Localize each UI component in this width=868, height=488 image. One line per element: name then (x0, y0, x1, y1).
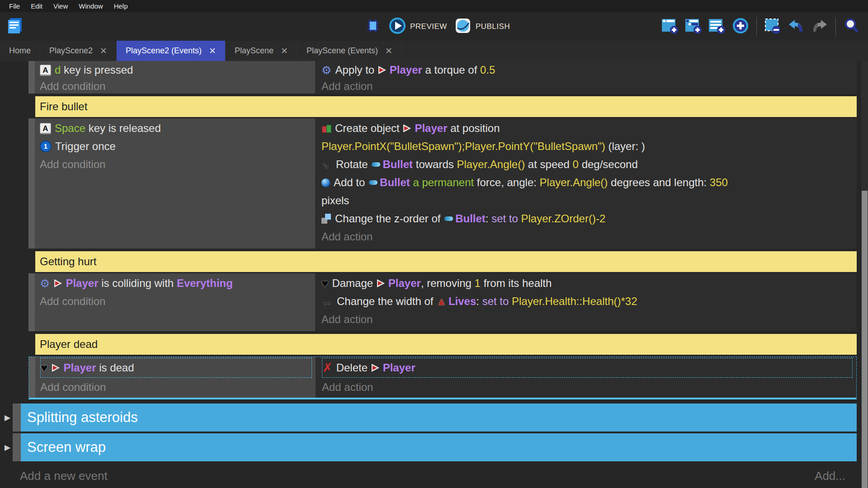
event-drag-handle[interactable] (29, 357, 35, 398)
tab-playscene2[interactable]: PlayScene2 ✕ (40, 41, 117, 61)
condition-line[interactable]: Ad key is pressed (40, 62, 315, 78)
condition-line[interactable]: ⚙Player is colliding with Everything (40, 274, 315, 292)
collapse-arrow-icon[interactable]: ▶ (5, 443, 10, 452)
event-row[interactable]: Ad key is pressed Add condition ⚙Apply t… (28, 61, 857, 94)
condition-line[interactable]: ASpace key is released (40, 119, 315, 137)
event-row-selected[interactable]: ♥Player is dead Add condition ✗Delete Pl… (28, 357, 857, 399)
group-bar[interactable]: Screen wrap (21, 433, 857, 461)
gdevelop-window: File Edit View Window Help (0, 0, 868, 488)
preview-button[interactable]: PREVIEW (389, 17, 447, 36)
selected-action-box[interactable]: ✗Delete Player (322, 358, 853, 378)
expression-value: 350 (710, 176, 728, 189)
tab-playscene-events[interactable]: PlayScene (Events) ✕ (297, 41, 402, 61)
remove-selection-icon[interactable] (764, 17, 782, 37)
menu-help[interactable]: Help (108, 2, 133, 10)
action-text: at position (447, 122, 500, 135)
action-text: : (476, 295, 482, 308)
add-condition-button[interactable]: Add condition (40, 292, 315, 310)
event-row[interactable]: ASpace key is released 1Trigger once Add… (28, 118, 857, 249)
publish-button[interactable]: PUBLISH (454, 17, 510, 36)
menu-edit[interactable]: Edit (25, 2, 48, 10)
comment-bar[interactable]: Fire bullet (35, 96, 857, 117)
action-line[interactable]: Create object Player at position (321, 119, 857, 137)
group-drag-handle[interactable] (13, 404, 21, 432)
collapse-arrow-icon[interactable]: ▶ (5, 413, 10, 422)
scrollbar-thumb[interactable] (862, 191, 868, 488)
conditions-cell[interactable]: ♥Player is dead Add condition (35, 357, 316, 398)
search-icon[interactable] (843, 17, 861, 37)
comment-bar[interactable]: Getting hurt (35, 251, 857, 272)
expression-value: 1 (475, 277, 481, 290)
comment-text: Fire bullet (40, 100, 87, 113)
action-line[interactable]: Add to Bullet a permanent force, angle: … (321, 174, 857, 192)
selected-condition-box[interactable]: ♥Player is dead (40, 358, 312, 378)
conditions-cell[interactable]: ASpace key is released 1Trigger once Add… (35, 118, 315, 249)
key-name: Space (55, 122, 85, 135)
comment-bar[interactable]: Player dead (35, 334, 857, 355)
tab-label: PlayScene2 (49, 46, 93, 56)
action-line[interactable]: ♥Damage Player, removing 1 from its heal… (321, 274, 857, 292)
add-action-button[interactable]: Add action (321, 228, 857, 246)
tab-close-icon[interactable]: ✕ (209, 46, 216, 56)
add-subevent-icon[interactable] (684, 17, 703, 37)
action-line-wrap[interactable]: Player.PointX("BulletSpawn");Player.Poin… (321, 137, 857, 155)
event-drag-handle[interactable] (28, 61, 35, 94)
condition-text: is colliding with (98, 277, 176, 290)
add-action-button[interactable]: Add action (321, 78, 857, 94)
tab-home[interactable]: Home (0, 41, 40, 61)
tab-playscene[interactable]: PlayScene ✕ (226, 41, 297, 61)
debug-icon[interactable] (364, 17, 382, 36)
project-manager-icon[interactable] (5, 15, 25, 38)
add-comment-icon[interactable] (708, 17, 726, 37)
conditions-cell[interactable]: Ad key is pressed Add condition (35, 61, 315, 94)
action-text: from its health (481, 277, 552, 290)
rotate-icon: ↔ (319, 156, 335, 173)
menu-window[interactable]: Window (73, 2, 108, 10)
event-drag-handle[interactable] (28, 118, 35, 249)
action-text: Create object (335, 122, 402, 135)
scrollbar-track[interactable] (861, 61, 868, 488)
undo-icon[interactable] (787, 17, 805, 37)
action-line-wrap[interactable]: pixels (321, 192, 857, 210)
menu-view[interactable]: View (48, 2, 73, 10)
menu-file[interactable]: File (4, 2, 25, 10)
tab-playscene2-events[interactable]: PlayScene2 (Events) ✕ (117, 41, 226, 61)
keyword-text: set to (491, 212, 521, 225)
add-condition-button[interactable]: Add condition (40, 155, 315, 174)
add-new-event-button[interactable]: Add a new event (20, 466, 108, 486)
add-condition-button[interactable]: Add condition (40, 78, 315, 94)
add-circle-icon[interactable] (731, 17, 750, 37)
redo-icon[interactable] (811, 17, 829, 37)
event-drag-handle[interactable] (28, 273, 35, 331)
actions-cell[interactable]: ✗Delete Player Add action (316, 357, 856, 398)
action-line[interactable]: ↔Change the width of ▲Lives: set to Play… (321, 292, 857, 310)
action-line[interactable]: ⚙Apply to Player a torque of 0.5 (321, 62, 857, 78)
action-line[interactable]: Change the z-order of Bullet: set to Pla… (321, 210, 857, 228)
add-event-icon[interactable] (661, 17, 679, 37)
action-line[interactable]: ✗Delete Player (322, 358, 852, 377)
actions-cell[interactable]: Create object Player at position Player.… (315, 118, 857, 249)
action-text: Damage (332, 277, 376, 290)
action-line[interactable]: ↔Rotate Bullet towards Player.Angle() at… (321, 155, 857, 174)
tab-close-icon[interactable]: ✕ (281, 46, 288, 56)
object-name: Player (415, 122, 447, 135)
group-drag-handle[interactable] (13, 433, 21, 461)
group-bar[interactable]: Splitting asteroids (21, 404, 857, 432)
condition-line[interactable]: 1Trigger once (40, 137, 315, 155)
actions-cell[interactable]: ⚙Apply to Player a torque of 0.5 Add act… (315, 61, 857, 94)
conditions-cell[interactable]: ⚙Player is colliding with Everything Add… (35, 273, 315, 331)
keyword-text: a permanent (410, 176, 474, 189)
tab-close-icon[interactable]: ✕ (100, 46, 107, 56)
add-condition-button[interactable]: Add condition (40, 378, 316, 397)
keyword-text: set to (482, 295, 512, 308)
physics-icon: ⚙ (321, 64, 331, 77)
action-text: Delete (336, 361, 371, 374)
tab-close-icon[interactable]: ✕ (385, 46, 392, 56)
event-row[interactable]: ⚙Player is colliding with Everything Add… (28, 273, 857, 331)
actions-cell[interactable]: ♥Damage Player, removing 1 from its heal… (315, 273, 857, 331)
add-more-button[interactable]: Add... (815, 466, 845, 486)
condition-line[interactable]: ♥Player is dead (41, 358, 311, 377)
action-text: deg/second (579, 158, 638, 171)
add-action-button[interactable]: Add action (321, 310, 857, 328)
add-action-button[interactable]: Add action (322, 378, 856, 397)
